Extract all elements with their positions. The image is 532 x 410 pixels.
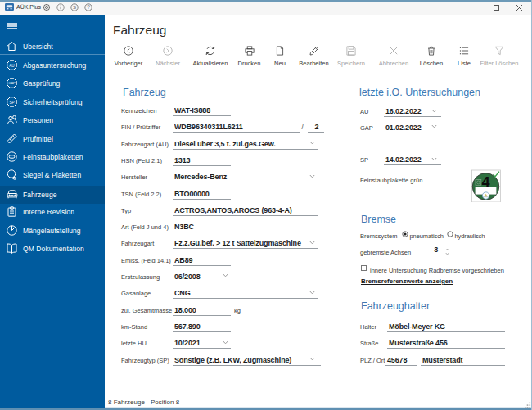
svg-text:?: ? <box>87 4 90 10</box>
svg-text:GAP: GAP <box>8 82 16 86</box>
svg-text:SP: SP <box>9 100 14 104</box>
svg-text:AU: AU <box>9 64 14 68</box>
svg-text:S: S <box>73 5 76 10</box>
